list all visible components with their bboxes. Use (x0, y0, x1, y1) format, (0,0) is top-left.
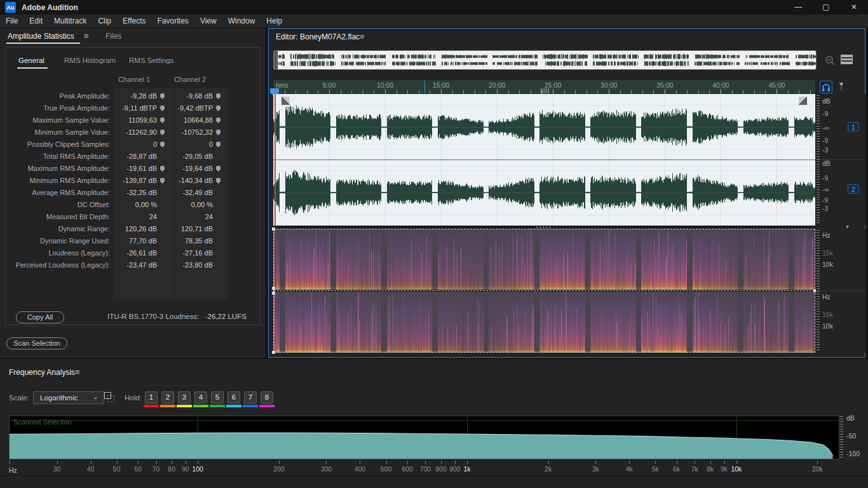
tab-general[interactable]: General (18, 57, 44, 64)
amplitude-ruler[interactable]: dB-9-∞-9-3dB-9-∞-9-3 (816, 94, 865, 226)
x-label-90: 90 (182, 465, 189, 473)
amp-ruler-label: -∞ (822, 186, 829, 193)
selection-resize-handle[interactable] (272, 351, 275, 354)
hold-button-1[interactable]: 1 (145, 391, 158, 403)
x-label-2k: 2k (545, 465, 552, 473)
selection-resize-handle[interactable] (272, 287, 275, 290)
tab-rms-histogram[interactable]: RMS Histogram (64, 57, 116, 64)
headphones-icon (820, 81, 832, 93)
menu-file[interactable]: File (0, 15, 24, 27)
tab-files[interactable]: Files (105, 32, 121, 41)
hold-button-6[interactable]: 6 (227, 391, 240, 403)
stat-row-label: Average RMS Amplitude: (6, 187, 110, 199)
stats-content-box: General RMS Histogram RMS Settings Chann… (5, 47, 261, 325)
copy-all-button[interactable]: Copy All (16, 311, 64, 323)
close-button[interactable]: ✕ (840, 0, 868, 15)
selection-resize-handle[interactable] (272, 292, 275, 295)
editor-panel-menu-icon[interactable]: ≡ (360, 32, 365, 41)
stat-row-value-ch2: 24 (171, 211, 213, 223)
x-label-200: 200 (273, 465, 285, 473)
frequency-analysis-title[interactable]: Frequency Analysis (9, 368, 75, 377)
selection-handle-right[interactable] (799, 97, 807, 105)
time-label-5:00: 5:00 (323, 81, 336, 89)
stat-row-value-ch1: -26,61 dB (115, 247, 157, 259)
time-label-35:00: 35:00 (656, 81, 673, 89)
menu-clip[interactable]: Clip (92, 15, 117, 27)
stat-row-label: Minimum RMS Amplitude: (6, 175, 110, 187)
hold-button-7[interactable]: 7 (244, 391, 257, 403)
itu-loudness-readout: ITU-R BS.1770-3 Loudness: -26,22 LUFS (107, 313, 247, 320)
selection-handle-left[interactable] (281, 97, 290, 105)
menu-favorites[interactable]: Favorites (152, 15, 194, 27)
column-header-channel-1: Channel 1 (106, 76, 162, 83)
menu-help[interactable]: Help (261, 15, 288, 27)
x-label-900: 900 (449, 465, 461, 473)
x-tick (91, 461, 92, 464)
zoom-navigator[interactable] (273, 50, 817, 70)
x-tick (407, 461, 408, 464)
menu-multitrack[interactable]: Multitrack (48, 15, 92, 27)
pin-icon[interactable] (836, 81, 846, 93)
hold-button-5[interactable]: 5 (211, 391, 224, 403)
freq-ruler-label: 10k (822, 261, 833, 268)
selection-resize-handle[interactable] (272, 227, 275, 231)
status-bar: Analyze Statistics completed in 34,23 se… (0, 475, 868, 488)
minimize-button[interactable]: — (784, 0, 812, 15)
amp-ruler-label: -3 (822, 146, 828, 154)
chevron-down-icon: ⌄ (93, 393, 98, 401)
itu-loudness-label: ITU-R BS.1770-3 Loudness: (107, 313, 199, 320)
x-label-80: 80 (168, 465, 175, 473)
ruler-blue-marker (424, 81, 425, 93)
zoom-navigate-icon[interactable] (824, 54, 836, 67)
scan-selection-button[interactable]: Scan Selection (6, 337, 67, 349)
tab-rms-settings[interactable]: RMS Settings (129, 57, 173, 64)
panel-menu-icon[interactable]: ≡ (84, 31, 89, 41)
menu-edit[interactable]: Edit (24, 15, 48, 27)
amp-ruler-label: -9 (822, 196, 828, 204)
stat-row-label: DC Offset: (6, 199, 110, 211)
editor-title[interactable]: Editor: BoneyM07A2.flac (276, 32, 360, 41)
app-logo-icon: Au (5, 2, 16, 13)
scanned-selection-label: Scanned Selection (13, 418, 72, 426)
navigator-left-handle[interactable] (274, 51, 278, 69)
x-tick (186, 461, 186, 464)
x-label-60: 60 (134, 465, 142, 473)
solo-monitor-toggle[interactable] (820, 81, 832, 93)
editor-layout-icon[interactable] (841, 55, 853, 64)
menu-effects[interactable]: Effects (117, 15, 151, 27)
stat-row-value-ch2: -29,05 dB (171, 151, 213, 163)
menu-view[interactable]: View (194, 15, 222, 27)
x-tick (695, 461, 695, 464)
hold-button-4[interactable]: 4 (194, 391, 207, 403)
x-tick (172, 461, 172, 464)
x-tick (326, 461, 327, 464)
time-ruler[interactable]: hms5:0010:0015:0020:0025:0030:0035:0040:… (273, 80, 815, 94)
x-label-70: 70 (153, 465, 160, 473)
x-label-7k: 7k (691, 465, 698, 473)
freq-panel-menu-icon[interactable]: ≡ (75, 367, 80, 377)
amp-ruler-label: -9 (822, 174, 828, 182)
copy-settings-icon[interactable] (104, 392, 114, 402)
freq-ruler-divider (816, 290, 865, 291)
stat-row-value-ch2: 120,71 dB (171, 223, 213, 235)
maximize-button[interactable]: ▢ (812, 0, 840, 15)
major-tick (721, 89, 721, 94)
stat-row-label: Peak Amplitude: (6, 90, 110, 102)
x-tick (10, 461, 10, 464)
overview-waveform[interactable] (278, 51, 816, 69)
frequency-ruler[interactable]: Hz15k10kHz15k10k (816, 229, 865, 353)
hold-button-3[interactable]: 3 (178, 391, 191, 403)
hold-button-8[interactable]: 8 (261, 391, 273, 403)
stat-row-label: Dynamic Range Used: (6, 235, 110, 247)
hold-button-2[interactable]: 2 (161, 391, 174, 403)
tab-amplitude-statistics[interactable]: Amplitude Statistics (8, 32, 74, 41)
x-tick (198, 461, 198, 464)
active-tab-underline (6, 43, 80, 44)
time-label-10:00: 10:00 (377, 81, 393, 89)
frequency-plot[interactable] (10, 416, 839, 459)
scale-dropdown[interactable]: Logarithmic ⌄ (33, 391, 104, 404)
x-tick (817, 461, 818, 464)
menu-window[interactable]: Window (222, 15, 261, 27)
waveform-display[interactable] (273, 94, 815, 226)
x-tick (57, 461, 58, 464)
